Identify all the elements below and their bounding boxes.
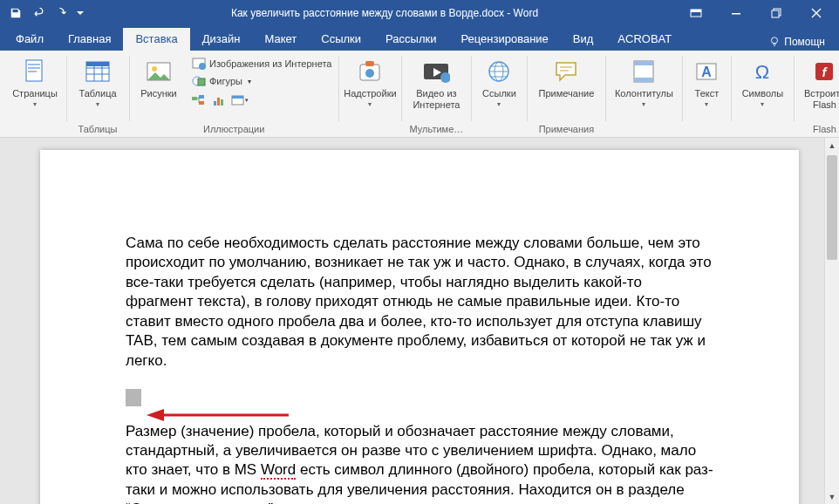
video-icon	[422, 58, 450, 85]
lightbulb-icon	[768, 36, 781, 48]
tab-review[interactable]: Рецензирование	[448, 28, 560, 51]
minimize-icon	[731, 8, 741, 18]
shapes-button[interactable]: Фигуры ▾	[188, 73, 335, 89]
tab-view[interactable]: Вид	[561, 28, 606, 51]
paragraph-1[interactable]: Сама по себе необходимость сделать расст…	[126, 234, 713, 371]
online-video-button[interactable]: Видео из Интернета	[405, 54, 467, 110]
smartart-icon	[191, 94, 205, 106]
restore-button[interactable]	[757, 1, 795, 25]
chart-button[interactable]	[209, 91, 229, 110]
paragraph-2[interactable]: Размер (значение) пробела, который и обо…	[126, 422, 713, 505]
table-button[interactable]: Таблица ▾	[70, 54, 126, 108]
arrow-annotation	[145, 403, 293, 427]
svg-marker-42	[147, 409, 164, 421]
save-icon	[10, 7, 22, 19]
tab-layout[interactable]: Макет	[252, 28, 309, 51]
svg-rect-2	[732, 13, 740, 15]
undo-button[interactable]	[28, 3, 49, 24]
flash-button[interactable]: f Встроить Flash	[797, 54, 839, 110]
scroll-thumb[interactable]	[827, 155, 837, 260]
vertical-scrollbar[interactable]: ▲ ▼	[824, 138, 839, 504]
chevron-down-icon: ▾	[705, 100, 708, 108]
svg-rect-22	[217, 98, 220, 106]
text-label: Текст	[695, 88, 720, 99]
ribbon-opts-icon	[690, 9, 702, 17]
smartart-button[interactable]	[188, 91, 208, 110]
chevron-down-icon: ▾	[248, 78, 251, 85]
svg-rect-21	[214, 101, 216, 106]
group-illustrations: Рисунки Изображения из Интернета Фигуры …	[129, 52, 338, 137]
svg-point-5	[772, 37, 778, 44]
links-button[interactable]: Ссылки ▾	[474, 54, 523, 108]
headerfooter-label: Колонтитулы	[615, 88, 673, 99]
svg-rect-18	[192, 97, 197, 100]
close-icon	[811, 8, 822, 18]
shapes-label: Фигуры	[209, 76, 242, 86]
group-comments-label: Примечания	[530, 122, 602, 137]
redo-button[interactable]	[51, 3, 72, 24]
svg-text:Ω: Ω	[755, 61, 769, 83]
svg-rect-8	[28, 67, 40, 69]
tab-home[interactable]: Главная	[56, 28, 123, 51]
chevron-down-icon: ▾	[33, 100, 37, 108]
group-symbols: Ω Символы ▾	[731, 52, 794, 137]
scroll-down-button[interactable]: ▼	[825, 489, 839, 504]
online-video-label: Видео из Интернета	[405, 88, 467, 110]
chevron-down-icon: ▾	[497, 100, 501, 108]
ribbon: Страницы ▾ Таблица ▾ Таблицы Рисунки	[0, 51, 839, 138]
chevron-down-icon	[77, 10, 84, 17]
qat-customize[interactable]	[73, 3, 87, 24]
picture-icon	[145, 58, 173, 85]
pictures-button[interactable]: Рисунки	[133, 54, 185, 99]
svg-rect-11	[86, 62, 109, 66]
window-controls	[677, 1, 839, 25]
tell-me-label: Помощн	[784, 36, 825, 48]
tell-me-search[interactable]: Помощн	[763, 33, 830, 51]
tab-insert[interactable]: Вставка	[123, 28, 189, 51]
pages-icon	[21, 58, 49, 85]
scroll-up-button[interactable]: ▲	[825, 138, 839, 153]
symbols-label: Символы	[742, 88, 784, 99]
tab-design[interactable]: Дизайн	[190, 28, 253, 51]
group-headerfooter: Колонтитулы ▾	[605, 52, 682, 137]
tab-mailings[interactable]: Рассылки	[373, 28, 448, 51]
quick-access-toolbar	[0, 3, 92, 24]
screenshot-icon	[231, 94, 245, 106]
ribbon-display-button[interactable]	[677, 1, 715, 25]
tab-file[interactable]: Файл	[3, 28, 56, 51]
minimize-button[interactable]	[717, 1, 755, 25]
online-pictures-button[interactable]: Изображения из Интернета	[188, 56, 335, 72]
comment-button[interactable]: Примечание	[530, 54, 602, 99]
svg-rect-9	[28, 71, 37, 72]
group-media: Видео из Интернета Мультиме…	[401, 52, 471, 137]
svg-point-13	[152, 66, 157, 72]
online-pictures-label: Изображения из Интернета	[209, 58, 331, 69]
tab-references[interactable]: Ссылки	[309, 28, 373, 51]
document-area[interactable]: Сама по себе необходимость сделать расст…	[0, 138, 839, 504]
screenshot-button[interactable]: ▾	[230, 91, 249, 110]
addins-button[interactable]: Надстройки ▾	[342, 54, 398, 108]
title-bar: Как увеличить расстояние между словами в…	[0, 0, 839, 26]
link-icon	[485, 58, 513, 85]
group-flash-label: Flash	[797, 122, 839, 137]
svg-text:A: A	[702, 65, 713, 79]
pages-button[interactable]: Страницы ▾	[7, 54, 63, 108]
shapes-icon	[192, 74, 206, 88]
headerfooter-button[interactable]: Колонтитулы ▾	[609, 54, 679, 108]
pictures-label: Рисунки	[140, 88, 177, 99]
svg-rect-23	[221, 99, 223, 106]
text-button[interactable]: A Текст ▾	[686, 54, 727, 108]
svg-rect-20	[199, 101, 204, 105]
pages-label: Страницы	[12, 88, 58, 99]
table-label: Таблица	[78, 88, 116, 99]
page[interactable]: Сама по себе необходимость сделать расст…	[40, 150, 799, 504]
close-button[interactable]	[797, 1, 836, 25]
svg-point-28	[365, 69, 374, 78]
chevron-down-icon: ▾	[368, 100, 372, 108]
svg-rect-27	[365, 61, 374, 66]
flash-label: Встроить Flash	[797, 88, 839, 110]
cursor-line[interactable]	[126, 386, 713, 405]
tab-acrobat[interactable]: ACROBAT	[605, 28, 684, 51]
symbols-button[interactable]: Ω Символы ▾	[734, 54, 790, 108]
save-button[interactable]	[5, 3, 26, 24]
